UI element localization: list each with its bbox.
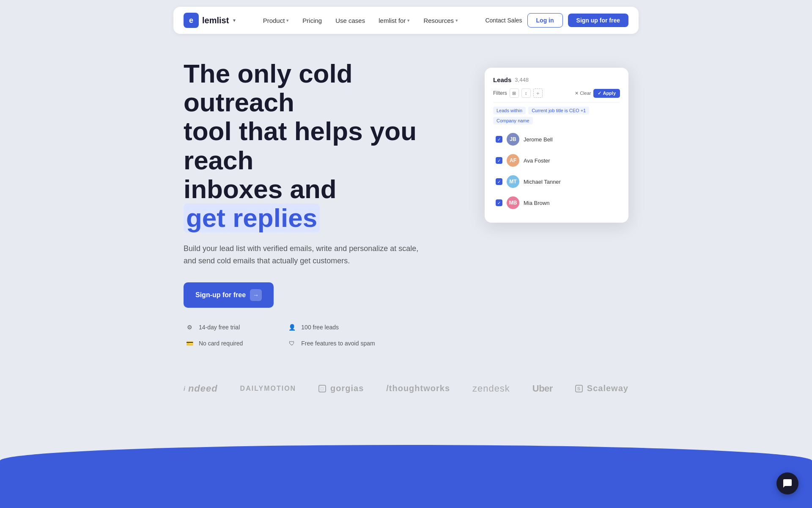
logo-scaleway: S Scaleway bbox=[575, 384, 628, 393]
leads-tags: Leads within Current job title is CEO +1… bbox=[493, 107, 620, 124]
hero-title-line1: The only cold outreach bbox=[184, 59, 353, 117]
hero-actions: Sign-up for free → ⚙ 14-day free trial 👤… bbox=[184, 282, 468, 349]
leads-tag-1: Current job title is CEO +1 bbox=[528, 107, 589, 114]
lead-avatar-0: JB bbox=[507, 133, 519, 146]
logo-gorgias: □ gorgias bbox=[318, 384, 364, 393]
nav-actions: Contact Sales Log in Sign up for free bbox=[485, 13, 628, 28]
hero-title-line3-plain: inboxes and bbox=[184, 174, 337, 204]
hero-title-line2: tool that helps you reach bbox=[184, 116, 417, 174]
lead-checkbox-1[interactable] bbox=[496, 157, 502, 164]
leads-tag-0: Leads within bbox=[493, 107, 526, 114]
lead-checkbox-3[interactable] bbox=[496, 199, 502, 206]
nav-link-lemlist-for[interactable]: lemlist for ▾ bbox=[373, 14, 416, 28]
lead-row-3: MB Mia Brown bbox=[493, 193, 620, 213]
logo-uber: Uber bbox=[532, 383, 553, 394]
contact-sales-button[interactable]: Contact Sales bbox=[485, 17, 522, 24]
leads-tag-2: Company name bbox=[493, 117, 533, 124]
nav-link-product[interactable]: Product ▾ bbox=[257, 14, 295, 28]
hero-signup-button[interactable]: Sign-up for free → bbox=[184, 282, 274, 308]
feature-card: 💳 No card required bbox=[184, 337, 272, 349]
logo-dailymotion: DAILYMOTION bbox=[240, 385, 296, 392]
lead-avatar-2: MT bbox=[507, 175, 519, 188]
logo-thoughtworks: /thoughtworks bbox=[386, 384, 450, 393]
chevron-down-icon: ▾ bbox=[407, 18, 410, 23]
lead-avatar-3: MB bbox=[507, 196, 519, 209]
hero-title-highlight: get replies bbox=[184, 204, 320, 232]
hero-features: ⚙ 14-day free trial 👤 100 free leads 💳 N… bbox=[184, 321, 375, 349]
feature-icon-card: 💳 bbox=[184, 337, 195, 349]
arrow-right-icon: → bbox=[250, 289, 262, 301]
lead-row-2: MT Michael Tanner bbox=[493, 172, 620, 191]
lead-name-2: Michael Tanner bbox=[524, 179, 561, 185]
filter-icon-2[interactable]: ↕ bbox=[521, 88, 531, 98]
nav-link-resources[interactable]: Resources ▾ bbox=[417, 14, 464, 28]
hero-subtitle: Build your lead list with verified email… bbox=[184, 243, 429, 267]
leads-header: Leads 3,448 bbox=[493, 76, 620, 83]
blue-bottom bbox=[0, 436, 812, 508]
feature-icon-leads: 👤 bbox=[286, 321, 298, 333]
chat-icon bbox=[782, 478, 793, 489]
chevron-down-icon: ▾ bbox=[286, 18, 289, 23]
logo[interactable]: e lemlist ▾ bbox=[184, 13, 236, 28]
logos-section: indeed DAILYMOTION □ gorgias /thoughtwor… bbox=[173, 383, 639, 411]
lead-name-1: Ava Foster bbox=[524, 157, 550, 164]
hero-section: The only cold outreach tool that helps y… bbox=[173, 59, 639, 349]
feature-leads: 👤 100 free leads bbox=[286, 321, 375, 333]
logo-icon: e bbox=[184, 13, 199, 28]
lead-row-0: JB Jerome Bell bbox=[493, 130, 620, 149]
feature-icon-trial: ⚙ bbox=[184, 321, 195, 333]
logo-indeed: indeed bbox=[184, 383, 218, 394]
nav-link-pricing[interactable]: Pricing bbox=[296, 14, 328, 28]
hero-title: The only cold outreach tool that helps y… bbox=[184, 59, 468, 232]
blue-wave bbox=[0, 445, 812, 508]
feature-spam: 🛡 Free features to avoid spam bbox=[286, 337, 375, 349]
feature-icon-spam: 🛡 bbox=[286, 337, 298, 349]
lead-checkbox-2[interactable] bbox=[496, 178, 502, 185]
feature-trial: ⚙ 14-day free trial bbox=[184, 321, 272, 333]
logo-zendesk: zendesk bbox=[472, 383, 510, 394]
lead-name-0: Jerome Bell bbox=[524, 136, 553, 143]
apply-button[interactable]: ✓ Apply bbox=[593, 89, 620, 98]
clear-button[interactable]: ✕ Clear bbox=[575, 91, 591, 96]
logo-chevron-icon: ▾ bbox=[233, 17, 236, 23]
leads-title: Leads bbox=[493, 76, 511, 83]
chevron-down-icon: ▾ bbox=[455, 18, 458, 23]
filters-label: Filters bbox=[493, 90, 507, 96]
leads-filters-row: Filters ⊞ ↕ + ✕ Clear ✓ Apply bbox=[493, 88, 620, 102]
lead-avatar-1: AF bbox=[507, 154, 519, 167]
logos-row: indeed DAILYMOTION □ gorgias /thoughtwor… bbox=[184, 383, 628, 394]
nav-link-use-cases[interactable]: Use cases bbox=[329, 14, 371, 28]
leads-count: 3,448 bbox=[515, 77, 529, 83]
hero-left: The only cold outreach tool that helps y… bbox=[184, 59, 468, 349]
navbar: e lemlist ▾ Product ▾ Pricing Use cases … bbox=[173, 7, 639, 34]
hero-right: Leads 3,448 Filters ⊞ ↕ + ✕ Clear ✓ Appl… bbox=[485, 68, 628, 223]
lead-row-1: AF Ava Foster bbox=[493, 151, 620, 170]
lead-name-3: Mia Brown bbox=[524, 200, 549, 206]
filter-icon-1[interactable]: ⊞ bbox=[510, 88, 519, 98]
signup-button[interactable]: Sign up for free bbox=[568, 14, 628, 27]
leads-card: Leads 3,448 Filters ⊞ ↕ + ✕ Clear ✓ Appl… bbox=[485, 68, 628, 223]
chat-button[interactable] bbox=[776, 472, 798, 494]
nav-links: Product ▾ Pricing Use cases lemlist for … bbox=[257, 14, 464, 28]
lead-checkbox-0[interactable] bbox=[496, 136, 502, 143]
filter-add-icon[interactable]: + bbox=[533, 88, 543, 98]
logo-text: lemlist bbox=[202, 16, 229, 25]
login-button[interactable]: Log in bbox=[527, 13, 563, 28]
